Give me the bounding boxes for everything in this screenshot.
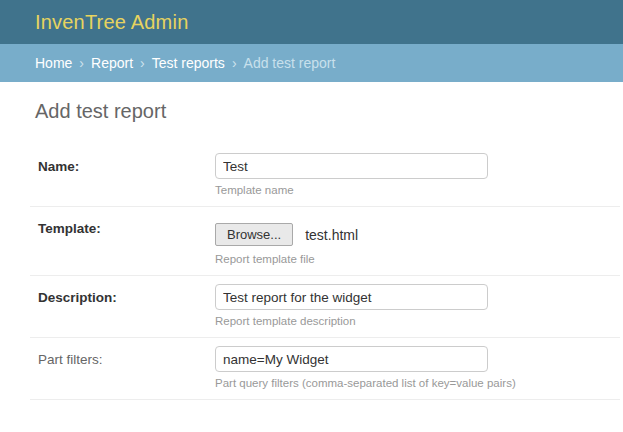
breadcrumb-separator: ›	[140, 55, 145, 71]
breadcrumb: Home › Report › Test reports › Add test …	[0, 44, 623, 82]
breadcrumb-home[interactable]: Home	[35, 55, 72, 71]
breadcrumb-test-reports[interactable]: Test reports	[152, 55, 225, 71]
part-filters-label: Part filters:	[38, 346, 215, 367]
breadcrumb-report[interactable]: Report	[91, 55, 133, 71]
breadcrumb-separator: ›	[232, 55, 237, 71]
template-help-text: Report template file	[215, 253, 620, 265]
file-name: test.html	[305, 227, 358, 243]
part-filters-help-text: Part query filters (comma-separated list…	[215, 377, 620, 389]
browse-button[interactable]: Browse...	[215, 223, 293, 246]
form-row-part-filters: Part filters: Part query filters (comma-…	[30, 338, 620, 400]
form-row-description: Description: Report template description	[30, 276, 620, 338]
name-input[interactable]	[215, 153, 488, 179]
form-row-template: Template: Browse... test.html Report tem…	[30, 207, 620, 276]
add-test-report-form: Name: Template name Template: Browse... …	[30, 145, 620, 400]
page-title: Add test report	[35, 100, 620, 123]
site-title[interactable]: InvenTree Admin	[35, 11, 188, 34]
description-label: Description:	[38, 284, 215, 305]
breadcrumb-current: Add test report	[244, 55, 336, 71]
description-help-text: Report template description	[215, 315, 620, 327]
description-input[interactable]	[215, 284, 488, 310]
template-label: Template:	[38, 215, 215, 236]
form-row-name: Name: Template name	[30, 145, 620, 207]
admin-header: InvenTree Admin	[0, 0, 623, 44]
part-filters-input[interactable]	[215, 346, 488, 372]
breadcrumb-separator: ›	[79, 55, 84, 71]
name-help-text: Template name	[215, 184, 620, 196]
content-area: Add test report Name: Template name Temp…	[0, 82, 623, 400]
name-label: Name:	[38, 153, 215, 174]
